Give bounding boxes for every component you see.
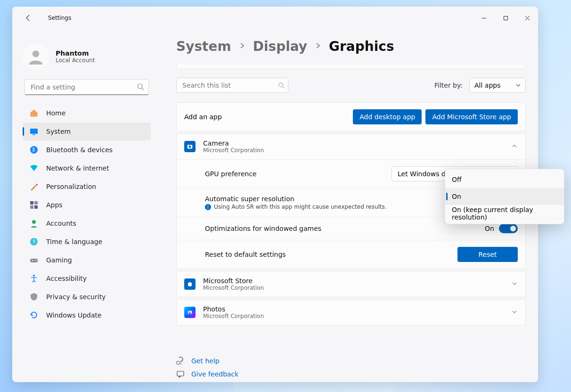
breadcrumb-display[interactable]: Display xyxy=(253,39,307,54)
give-feedback-link[interactable]: Give feedback xyxy=(191,370,238,378)
filter-row: Filter by: All apps xyxy=(176,78,526,93)
sidebar-item-time[interactable]: Time & language xyxy=(23,233,151,251)
svg-point-3 xyxy=(138,84,142,89)
search-input[interactable] xyxy=(24,79,149,95)
svg-point-18 xyxy=(33,275,35,277)
chevron-right-icon xyxy=(315,42,321,51)
close-button[interactable] xyxy=(516,10,538,25)
app-name: Photos xyxy=(203,305,511,313)
svg-point-16 xyxy=(32,260,33,261)
search-icon xyxy=(137,83,144,92)
sidebar-item-update[interactable]: Windows Update xyxy=(23,306,151,324)
collapsed-card-stub xyxy=(176,65,526,69)
info-icon: i xyxy=(205,204,211,210)
svg-rect-9 xyxy=(30,201,33,204)
flyout-option-off[interactable]: Off xyxy=(445,171,564,188)
sidebar-item-label: Time & language xyxy=(46,238,102,245)
app-row-store[interactable]: Microsoft Store Microsoft Corporation xyxy=(177,271,525,297)
app-publisher: Microsoft Corporation xyxy=(203,285,511,291)
app-name: Microsoft Store xyxy=(203,277,511,285)
add-store-app-button[interactable]: Add Microsoft Store app xyxy=(425,109,518,124)
sidebar-item-label: Privacy & security xyxy=(46,293,106,301)
search-icon xyxy=(278,82,285,90)
add-app-label: Add an app xyxy=(184,113,349,121)
svg-rect-10 xyxy=(34,201,38,204)
sidebar-item-bluetooth[interactable]: Bluetooth & devices xyxy=(23,141,151,159)
chevron-right-icon xyxy=(239,42,245,51)
sidebar-item-accounts[interactable]: Accounts xyxy=(23,214,151,232)
personalization-icon xyxy=(29,182,39,191)
sidebar-item-label: Accessibility xyxy=(46,275,87,282)
auto-sr-note: Using Auto SR with this app might cause … xyxy=(214,204,387,210)
svg-point-17 xyxy=(35,260,36,261)
svg-rect-28 xyxy=(177,371,184,376)
sidebar-item-gaming[interactable]: Gaming xyxy=(23,251,151,269)
get-help-link[interactable]: Get help xyxy=(191,357,220,365)
reset-label: Reset to default settings xyxy=(205,251,457,258)
wifi-icon xyxy=(29,163,39,173)
time-icon xyxy=(29,237,39,246)
filter-dropdown[interactable]: All apps xyxy=(469,78,526,93)
sidebar-item-network[interactable]: Network & internet xyxy=(23,159,151,177)
sidebar-item-privacy[interactable]: Privacy & security xyxy=(23,288,151,306)
sidebar-item-label: Bluetooth & devices xyxy=(46,146,113,154)
svg-point-7 xyxy=(30,146,38,154)
reset-row: Reset to default settings Reset xyxy=(177,240,525,269)
help-icon xyxy=(176,357,185,365)
add-desktop-app-button[interactable]: Add desktop app xyxy=(353,109,422,124)
give-feedback-row: Give feedback xyxy=(176,370,526,378)
gpu-preference-label: GPU preference xyxy=(205,170,392,178)
svg-point-22 xyxy=(189,146,191,148)
accessibility-icon xyxy=(29,274,39,283)
sidebar-item-home[interactable]: Home xyxy=(23,104,151,122)
app-name: Camera xyxy=(203,139,511,147)
svg-point-13 xyxy=(32,220,36,224)
gaming-icon xyxy=(29,255,39,265)
svg-point-27 xyxy=(177,361,180,365)
svg-rect-5 xyxy=(30,129,38,134)
svg-point-19 xyxy=(279,83,283,87)
svg-rect-11 xyxy=(30,205,33,209)
windowed-optimizations-toggle[interactable]: On xyxy=(485,224,518,233)
svg-point-25 xyxy=(188,311,189,312)
filter-label: Filter by: xyxy=(434,82,463,89)
sidebar-item-label: Network & internet xyxy=(46,164,109,172)
flyout-option-on[interactable]: On xyxy=(445,188,564,205)
toggle-state-label: On xyxy=(485,225,494,232)
app-card-store: Microsoft Store Microsoft Corporation xyxy=(176,271,526,297)
svg-point-2 xyxy=(33,50,39,57)
titlebar: Settings xyxy=(12,7,538,29)
svg-rect-15 xyxy=(30,259,38,262)
sidebar-item-accessibility[interactable]: Accessibility xyxy=(23,270,151,287)
flyout-option-on-keep[interactable]: On (keep current display resolution) xyxy=(445,205,564,222)
app-row-camera[interactable]: Camera Microsoft Corporation xyxy=(177,134,525,159)
maximize-button[interactable] xyxy=(495,10,516,25)
sidebar-item-label: Home xyxy=(46,109,65,117)
app-publisher: Microsoft Corporation xyxy=(203,313,511,319)
svg-line-20 xyxy=(283,87,285,89)
breadcrumb-graphics: Graphics xyxy=(329,39,394,54)
sidebar-item-apps[interactable]: Apps xyxy=(23,196,151,214)
svg-rect-6 xyxy=(33,134,35,135)
sidebar-nav: Home System Bluetooth & devices Network … xyxy=(19,104,155,325)
sidebar-item-label: Gaming xyxy=(46,256,72,264)
sidebar-item-system[interactable]: System xyxy=(23,122,151,140)
user-name: Phantom xyxy=(56,49,95,57)
svg-point-8 xyxy=(36,184,38,186)
reset-button[interactable]: Reset xyxy=(457,247,518,262)
sidebar-item-label: System xyxy=(46,128,71,135)
filter-selected: All apps xyxy=(474,82,500,89)
asr-dropdown-flyout: Off On On (keep current display resoluti… xyxy=(445,169,564,224)
minimize-button[interactable] xyxy=(473,10,495,25)
feedback-icon xyxy=(176,370,185,378)
svg-line-4 xyxy=(142,88,144,90)
window-title: Settings xyxy=(48,15,71,21)
list-search-input[interactable] xyxy=(176,78,288,93)
sidebar-item-personalization[interactable]: Personalization xyxy=(23,178,151,196)
app-row-photos[interactable]: Photos Microsoft Corporation xyxy=(177,300,525,325)
back-button[interactable] xyxy=(19,8,38,27)
user-profile[interactable]: Phantom Local Account xyxy=(23,43,155,70)
windowed-optimizations-label: Optimizations for windowed games xyxy=(205,225,485,232)
breadcrumb-system[interactable]: System xyxy=(176,39,231,54)
accounts-icon xyxy=(29,219,39,228)
